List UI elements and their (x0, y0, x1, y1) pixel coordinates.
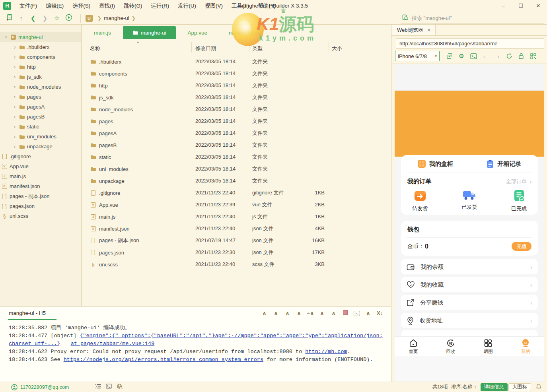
notification-bell-icon[interactable] (536, 384, 541, 391)
outline-list-icon[interactable] (93, 384, 103, 390)
tree-folder-pagesA[interactable]: ›pagesA (0, 102, 81, 112)
refresh-icon[interactable] (503, 51, 515, 61)
preview-tab-我的盒柜[interactable]: 我的盒柜 (401, 159, 469, 168)
tabbar-我的[interactable]: 我的 (507, 337, 544, 356)
tree-file-pages - 副本.json[interactable]: [ ]pages - 副本.json (0, 191, 81, 201)
close-tab-icon[interactable]: ✕ (427, 27, 431, 33)
order-status-已完成[interactable]: 已完成 (511, 189, 527, 212)
menu-选择S[interactable]: 选择(S) (68, 0, 95, 12)
screenshot-icon[interactable] (444, 51, 456, 61)
tree-file-pages.json[interactable]: [ ]pages.json (0, 201, 81, 211)
prev-message-icon[interactable]: ∧ (270, 310, 282, 316)
file-row-static[interactable]: static2022/03/05 18:14文件夹 (82, 151, 391, 163)
tree-file-main.js[interactable]: Jmain.js (0, 171, 81, 181)
editor-tab-manifest.json[interactable]: manifest.json (219, 26, 270, 39)
preview-tab-开箱记录[interactable]: 开箱记录 (469, 159, 538, 168)
qrcode-icon[interactable] (527, 51, 539, 61)
stop-icon[interactable] (339, 310, 351, 316)
account-status[interactable]: 1170228097@qq.com (11, 384, 69, 390)
upload-icon[interactable]: ↑ (15, 15, 27, 22)
file-row-http[interactable]: http2022/03/05 18:14文件夹 (82, 80, 391, 91)
chevron-right-icon[interactable]: › (12, 104, 18, 110)
new-file-icon[interactable] (3, 14, 15, 22)
editor-tab-main.js[interactable]: main.js (84, 26, 121, 39)
chevron-right-icon[interactable]: › (12, 94, 18, 100)
log-link[interactable]: http://mh.com (305, 349, 347, 355)
tree-folder-pagesB[interactable]: ›pagesB (0, 112, 81, 122)
chevron-right-icon[interactable]: › (12, 144, 18, 149)
close-icon[interactable]: ✕ (529, 0, 547, 12)
menu-文件F[interactable]: 文件(F) (15, 0, 41, 12)
chevron-right-icon[interactable]: › (12, 74, 18, 80)
menu-编辑E[interactable]: 编辑(E) (41, 0, 68, 12)
file-row-uni.scss[interactable]: §uni.scss2021/11/23 22:40scss 文件3KB (82, 258, 391, 270)
large-icon-view-button[interactable]: 大图标 (508, 383, 531, 391)
chevron-right-icon[interactable]: › (12, 45, 18, 50)
console-tab[interactable]: manghe-ui - H5 (9, 310, 46, 316)
tabbar-晒图[interactable]: 晒图 (469, 337, 507, 356)
menu-运行R[interactable]: 运行(R) (147, 0, 174, 12)
device-selector[interactable]: iPhone 6/7/8 ▾ (395, 51, 440, 61)
run-icon[interactable] (63, 14, 75, 23)
maximize-icon[interactable]: ☐ (512, 0, 529, 12)
next-message-icon[interactable]: ∧ (282, 310, 293, 316)
search-input[interactable] (412, 15, 544, 21)
chevron-right-icon[interactable]: › (12, 114, 18, 120)
file-row-pages.json[interactable]: [ ]pages.json2021/11/23 22:30json 文件17KB (82, 246, 391, 258)
chevron-right-icon[interactable]: › (12, 134, 18, 140)
order-status-已发货[interactable]: 已发货 (462, 189, 477, 212)
tree-folder-components[interactable]: ›components (0, 52, 81, 62)
chevron-right-icon[interactable]: › (12, 84, 18, 90)
menu-跳转G[interactable]: 跳转(G) (119, 0, 147, 12)
jump-icon[interactable]: ⌁∧ (305, 310, 316, 316)
console-icon[interactable] (467, 51, 479, 61)
log-link[interactable]: at pages/tabbar/me.vue:149 (71, 341, 155, 347)
file-row-pages[interactable]: pages2022/03/05 18:14文件夹 (82, 115, 391, 127)
menu-item-分享赚钱[interactable]: 分享赚钱› (401, 295, 538, 310)
sort-direction-icon[interactable]: ↑ (474, 384, 476, 390)
chevron-down-icon[interactable]: › (3, 34, 9, 40)
column-name[interactable]: 名称 (90, 45, 100, 52)
breadcrumb-project[interactable]: manghe-ui (104, 15, 129, 21)
back-icon[interactable]: ❮ (27, 15, 39, 22)
file-row-uni_modules[interactable]: uni_modules2022/03/05 18:14文件夹 (82, 163, 391, 175)
column-size[interactable]: 大小 (332, 45, 342, 52)
log-link[interactable]: https://nodejs.org/api/errors.html#error… (64, 357, 263, 363)
all-orders-link[interactable]: 全部订单 › (506, 178, 531, 185)
file-row-unpackage[interactable]: unpackage2022/03/05 18:14文件夹 (82, 175, 391, 187)
tree-file-uni.scss[interactable]: §uni.scss (0, 211, 81, 221)
nav-forward-icon[interactable]: → (491, 51, 503, 61)
file-row-main.js[interactable]: Jmain.js2021/11/23 22:40js 文件1KB (82, 211, 391, 223)
unlock-icon[interactable] (515, 51, 527, 61)
tree-file-.gitignore[interactable]: .gitignore (0, 151, 81, 161)
file-row-pagesA[interactable]: pagesA2022/03/05 18:14文件夹 (82, 127, 391, 139)
file-row-manifest.json[interactable]: ⚙manifest.json2021/11/23 22:40json 文件4KB (82, 223, 391, 235)
forward-icon[interactable]: ❯ (39, 15, 51, 22)
chevron-right-icon[interactable]: › (12, 64, 18, 70)
detail-view-button[interactable]: 详细信息 (481, 383, 508, 391)
tabbar-首页[interactable]: 首页 (395, 337, 432, 356)
network-globe-icon[interactable] (114, 384, 125, 390)
file-row-pagesB[interactable]: pagesB2022/03/05 18:14文件夹 (82, 139, 391, 151)
tree-folder-js_sdk[interactable]: ›js_sdk (0, 72, 81, 82)
file-row-.gitignore[interactable]: .gitignore2021/11/23 22:40gitignore 文件1K… (82, 187, 391, 199)
column-date[interactable]: 修改日期 (195, 45, 216, 52)
editor-tab-App.vue[interactable]: App.vue (178, 26, 217, 39)
tree-folder-uni_modules[interactable]: ›uni_modules (0, 132, 81, 142)
tabbar-回收[interactable]: 收回收 (432, 337, 469, 356)
menu-查找I[interactable]: 查找(I) (95, 0, 119, 12)
favorite-star-icon[interactable]: ☆ (51, 14, 63, 22)
minimize-icon[interactable]: – (494, 0, 512, 12)
menu-item-收货地址[interactable]: 收货地址› (401, 313, 538, 328)
tree-file-manifest.json[interactable]: ⚙manifest.json (0, 181, 81, 191)
menu-发行U[interactable]: 发行(U) (173, 0, 201, 12)
scroll-up-icon[interactable]: ∧ (316, 310, 328, 316)
file-row-App.vue[interactable]: VApp.vue2021/11/23 22:39vue 文件2KB (82, 199, 391, 211)
menu-item-我的余额[interactable]: 我的余额› (401, 259, 538, 274)
tree-folder-unpackage[interactable]: ›unpackage (0, 142, 81, 151)
menu-item-我的收藏[interactable]: 我的收藏› (401, 277, 538, 292)
tree-folder-pages[interactable]: ›pages (0, 92, 81, 102)
file-row-components[interactable]: components2022/03/05 18:14文件夹 (82, 68, 391, 80)
tab-web-browser[interactable]: Web浏览器 ✕ (391, 25, 436, 35)
prev-error-icon[interactable]: ∧ (293, 310, 305, 316)
